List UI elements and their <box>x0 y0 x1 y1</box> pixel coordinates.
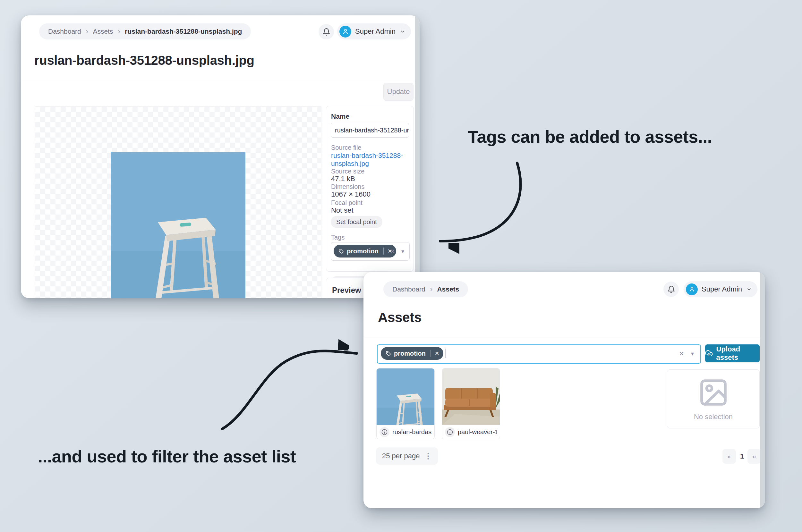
annotation-tags-note: Tags can be added to assets... <box>468 127 712 147</box>
focal-point-value: Not set <box>331 206 354 214</box>
clear-filter-icon[interactable]: ✕ <box>679 350 684 358</box>
notifications-button[interactable] <box>664 282 679 297</box>
breadcrumb: Dashboard › Assets › ruslan-bardash-3512… <box>39 23 251 39</box>
page: Dashboard › Assets › ruslan-bardash-3512… <box>0 0 802 532</box>
user-name: Super Admin <box>702 285 742 293</box>
tag-filter-input[interactable]: promotion ✕ ✕ ▾ <box>377 344 701 364</box>
info-icon[interactable] <box>379 427 389 437</box>
page-title: ruslan-bardash-351288-unsplash.jpg <box>34 53 255 68</box>
tags-select[interactable]: promotion ✕ ✕ ▾ <box>331 242 410 261</box>
no-selection-label: No selection <box>694 413 733 421</box>
set-focal-point-label: Set focal point <box>336 218 377 226</box>
header-divider <box>363 337 765 337</box>
bell-icon <box>322 28 331 36</box>
user-menu[interactable]: Super Admin <box>337 23 411 39</box>
source-size-value: 47.1 kB <box>331 175 355 183</box>
tags-caret-icon[interactable]: ▾ <box>401 248 404 255</box>
asset-caption: ruslan-bardash-35 <box>377 425 434 439</box>
breadcrumb-separator-icon: › <box>86 27 89 35</box>
asset-details-panel: Name ruslan-bardash-351288-ur Source fil… <box>326 106 414 272</box>
notifications-button[interactable] <box>319 24 334 39</box>
set-focal-point-button[interactable]: Set focal point <box>331 216 383 228</box>
arrow-to-filter-input <box>222 351 357 429</box>
tag-pill-label: promotion <box>394 350 426 357</box>
tag-pill-promotion[interactable]: promotion ✕ <box>334 245 396 258</box>
chevron-down-icon <box>399 28 406 35</box>
chevron-down-icon <box>746 286 752 292</box>
filter-caret-icon[interactable]: ▾ <box>691 350 694 357</box>
name-label: Name <box>331 113 349 120</box>
asset-filename: ruslan-bardash-35 <box>392 429 431 436</box>
breadcrumb-separator-icon: › <box>117 27 120 35</box>
asset-filename: paul-weaver-1120 <box>458 429 497 436</box>
breadcrumb: Dashboard › Assets <box>384 281 468 297</box>
image-placeholder-icon <box>694 377 732 408</box>
breadcrumb-item-dashboard[interactable]: Dashboard <box>48 27 81 35</box>
upload-assets-label: Upload assets <box>716 345 760 362</box>
asset-caption: paul-weaver-1120 <box>442 425 500 439</box>
breadcrumb-item-dashboard[interactable]: Dashboard <box>392 285 425 293</box>
detail-window-scrollbar[interactable] <box>415 15 419 298</box>
asset-card-couch[interactable]: paul-weaver-1120 <box>442 368 500 439</box>
pagination-next-button[interactable]: » <box>747 449 761 464</box>
source-file-label: Source file <box>331 144 361 151</box>
header-divider <box>21 81 419 81</box>
assets-list-window: Dashboard › Assets Super Admin Assets pr… <box>363 272 765 508</box>
asset-thumbnail-couch <box>442 368 500 425</box>
update-button[interactable]: Update <box>384 83 413 101</box>
focal-point-label: Focal point <box>331 199 362 207</box>
no-selection-panel: No selection <box>667 369 760 429</box>
asset-photo-stool <box>111 152 245 298</box>
page-title: Assets <box>378 310 422 325</box>
bell-icon <box>667 285 675 293</box>
annotation-filter-note: ...and used to filter the asset list <box>38 446 296 466</box>
asset-card-stool[interactable]: ruslan-bardash-35 <box>376 368 435 439</box>
text-cursor <box>446 348 446 358</box>
dimensions-label: Dimensions <box>331 183 365 190</box>
tag-icon <box>338 248 344 254</box>
tag-icon <box>385 350 391 356</box>
person-icon <box>688 286 695 293</box>
tag-remove-icon[interactable]: ✕ <box>435 350 439 357</box>
avatar <box>686 284 698 295</box>
pagination-prev-button[interactable]: « <box>723 449 736 464</box>
info-icon[interactable] <box>445 427 455 437</box>
per-page-selector[interactable]: 25 per page ⋮ <box>376 447 438 465</box>
per-page-label: 25 per page <box>382 452 419 460</box>
user-menu[interactable]: Super Admin <box>684 281 758 297</box>
pagination-page-number[interactable]: 1 <box>740 452 744 460</box>
arrow-to-tags-field <box>440 163 521 241</box>
preview-section-title: Preview <box>332 286 361 295</box>
breadcrumb-item-assets: Assets <box>437 285 459 293</box>
tags-label: Tags <box>331 234 344 241</box>
person-icon <box>342 28 349 35</box>
upload-assets-button[interactable]: Upload assets <box>705 344 760 362</box>
tag-pill-divider <box>430 350 431 357</box>
assets-window-scrollbar[interactable] <box>760 272 765 508</box>
source-file-link[interactable]: ruslan-bardash-351288-unsplash.jpg <box>331 152 407 168</box>
dimensions-value: 1067 × 1600 <box>331 190 371 198</box>
breadcrumb-item-assets[interactable]: Assets <box>93 27 113 35</box>
tag-pill-label: promotion <box>347 248 378 255</box>
clear-tags-icon[interactable]: ✕ <box>390 248 395 255</box>
asset-detail-window: Dashboard › Assets › ruslan-bardash-3512… <box>21 15 419 298</box>
cloud-upload-icon <box>705 349 713 358</box>
asset-preview-area <box>35 107 321 298</box>
breadcrumb-separator-icon: › <box>430 285 433 293</box>
kebab-icon: ⋮ <box>424 452 432 460</box>
user-name: Super Admin <box>355 27 395 36</box>
tag-pill-promotion[interactable]: promotion ✕ <box>381 347 443 360</box>
avatar <box>339 26 351 38</box>
asset-thumbnail-stool <box>377 368 434 425</box>
breadcrumb-item-current-file: ruslan-bardash-351288-unsplash.jpg <box>125 27 242 35</box>
name-input[interactable]: ruslan-bardash-351288-ur <box>331 123 409 137</box>
source-size-label: Source size <box>331 168 365 175</box>
